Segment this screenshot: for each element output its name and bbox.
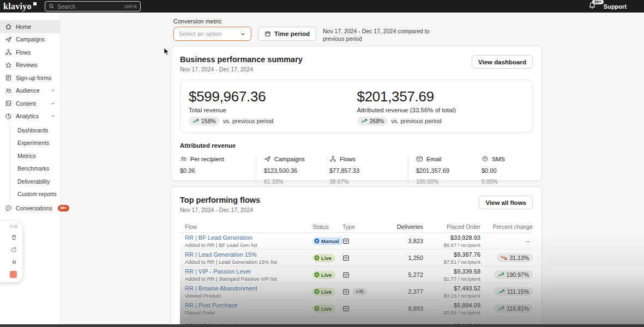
trend-down-icon xyxy=(501,255,507,261)
table-header-row: Flow Status Type Deliveries Placed Order… xyxy=(180,221,533,233)
flow-trigger: Added to RR | Lead Generation 15% list xyxy=(185,259,312,265)
global-search[interactable]: ctrl+k xyxy=(45,1,141,11)
sidebar-item-dashboards[interactable]: Dashboards xyxy=(10,124,60,137)
view-all-flows-button[interactable]: View all flows xyxy=(479,196,533,209)
email-type-icon xyxy=(342,271,350,278)
placed-order-value: $7,493.52 xyxy=(423,285,480,292)
header-status: Status xyxy=(312,223,342,230)
percent-change-badge: 190.97% xyxy=(494,270,533,279)
support-link[interactable]: Support xyxy=(604,3,635,10)
sidebar-item-analytics[interactable]: Analytics xyxy=(0,110,60,123)
sidebar-item-reviews[interactable]: Reviews xyxy=(0,59,60,72)
mouse-cursor xyxy=(164,47,170,56)
total-revenue-value: $599,967.36 xyxy=(189,88,357,105)
sidebar-item-campaigns[interactable]: Campaigns xyxy=(0,33,60,46)
notifications-button[interactable]: 99+ xyxy=(588,2,596,11)
table-row[interactable]: RR | Lead Generation 15% Added to RR | L… xyxy=(180,250,533,267)
change-suffix: vs. previous period xyxy=(223,118,273,124)
sidebar-item-home[interactable]: Home xyxy=(0,20,60,33)
trend-up-icon xyxy=(498,272,504,277)
sidebar-item-deliverability[interactable]: Deliverability xyxy=(10,175,60,188)
people-icon xyxy=(5,87,12,94)
people-icon xyxy=(180,155,187,162)
time-period-button[interactable]: Time period xyxy=(258,27,316,41)
topbar: klaviyo ctrl+k 99+ Support xyxy=(0,0,644,13)
sidebar-item-experiments[interactable]: Experiments xyxy=(10,137,60,150)
home-icon xyxy=(5,23,12,30)
conversion-metric-select[interactable]: Select an option xyxy=(173,27,251,41)
top-performing-flows-card: Top performing flows Nov 17, 2024 - Dec … xyxy=(171,186,542,327)
analytics-submenu: Dashboards Experiments Metrics Benchmark… xyxy=(9,124,60,201)
deliveries-value: 3,823 xyxy=(375,238,423,244)
pie-icon xyxy=(5,113,12,120)
sidebar-item-audience[interactable]: Audience xyxy=(0,84,60,98)
email-type-icon xyxy=(342,238,350,245)
flow-icon xyxy=(329,155,336,162)
sidebar-item-benchmarks[interactable]: Benchmarks xyxy=(10,162,60,175)
sidebar-item-label: Conversations xyxy=(16,205,52,211)
deliveries-value: 2,377 xyxy=(375,288,423,295)
sidebar-item-label: Reviews xyxy=(16,62,38,68)
percent-change-badge: 111.15% xyxy=(495,287,533,296)
send-icon xyxy=(264,155,271,162)
placed-order-value: $9,387.76 xyxy=(423,251,480,258)
trash-icon[interactable] xyxy=(10,234,17,241)
stop-recording-button[interactable] xyxy=(10,271,17,278)
live-status-icon xyxy=(314,306,320,311)
trend-up-icon xyxy=(498,306,504,311)
campaigns-column: Campaigns $123,500.36 61.33% xyxy=(264,155,329,185)
flow-link[interactable]: RR | Lead Generation 15% xyxy=(185,251,312,258)
flow-trigger: Viewed Product xyxy=(185,293,312,299)
flow-link[interactable]: RR | BF Lead Generation xyxy=(185,234,312,241)
flow-trigger: Placed Order xyxy=(185,310,312,316)
notifications-badge: 99+ xyxy=(592,0,604,4)
sidebar-item-content[interactable]: Content xyxy=(0,97,60,110)
flow-icon xyxy=(5,49,12,56)
sidebar-item-signup-forms[interactable]: Sign-up forms xyxy=(0,71,60,84)
change-badge: 268% xyxy=(357,117,388,125)
sidebar-item-metrics[interactable]: Metrics xyxy=(10,149,60,162)
pause-icon[interactable] xyxy=(11,259,17,265)
percent-change-none: – xyxy=(526,238,533,244)
sidebar-item-flows[interactable]: Flows xyxy=(0,46,60,59)
live-status-icon xyxy=(314,255,320,261)
sidebar-item-label: Sign-up forms xyxy=(16,75,51,81)
table-row[interactable]: RR | Post Purchase Placed Order Live 9,8… xyxy=(180,300,533,317)
flow-link[interactable]: RR | Browse Abandonment xyxy=(185,285,312,292)
percent-change-badge: 116.81% xyxy=(494,304,533,313)
sidebar-item-conversations[interactable]: Conversations 99+ xyxy=(0,202,60,215)
header-placed-order: Placed Order xyxy=(423,223,480,230)
total-revenue-metric: $599,967.36 Total revenue 158% vs. previ… xyxy=(188,88,357,125)
table-row[interactable]: RR | VIP - Passion Level Added to RR | S… xyxy=(180,267,533,283)
conversations-badge: 99+ xyxy=(58,205,69,211)
sidebar-item-label: Content xyxy=(16,100,36,107)
flow-link[interactable]: RR | Post Purchase xyxy=(185,302,312,308)
logo-flag-icon xyxy=(33,2,37,5)
header-percent-change: Percent change xyxy=(480,223,533,230)
trend-up-icon xyxy=(192,118,199,124)
sms-icon xyxy=(482,155,489,162)
total-revenue-label: Total revenue xyxy=(189,107,357,113)
table-row[interactable]: RR | BF Lead Generation Added to RR | BF… xyxy=(180,233,533,250)
attributed-revenue-metric: $201,357.69 Attributed revenue (33.56% o… xyxy=(357,88,525,125)
search-icon xyxy=(49,3,55,9)
status-badge-live: Live xyxy=(312,271,335,279)
main-content: Conversion metric Select an option Time … xyxy=(61,13,644,327)
deliveries-value: 9,893 xyxy=(375,305,423,312)
change-suffix: vs. previous period xyxy=(391,118,441,124)
card-date-range: Nov 17, 2024 - Dec 17, 2024 xyxy=(180,66,303,72)
flow-link[interactable]: RR | VIP - Passion Level xyxy=(185,268,312,275)
klaviyo-logo[interactable]: klaviyo xyxy=(3,2,37,11)
per-recipient-column: Per recipient $0.36 xyxy=(180,155,256,185)
sidebar-item-custom-reports[interactable]: Custom reports xyxy=(10,188,60,201)
view-dashboard-button[interactable]: View dashboard xyxy=(472,55,533,69)
flow-trigger: Added to RR | BF Lead Gen list xyxy=(185,242,312,248)
email-type-icon xyxy=(342,288,350,295)
status-badge-live: Live xyxy=(312,305,335,313)
logo-text: klaviyo xyxy=(3,2,32,11)
table-row[interactable]: RR | Browse Abandonment Viewed Product L… xyxy=(180,283,533,300)
live-status-icon xyxy=(314,289,320,294)
restart-icon[interactable] xyxy=(10,246,17,253)
search-input[interactable] xyxy=(57,3,122,10)
recording-timer: 0:28 xyxy=(10,225,17,228)
